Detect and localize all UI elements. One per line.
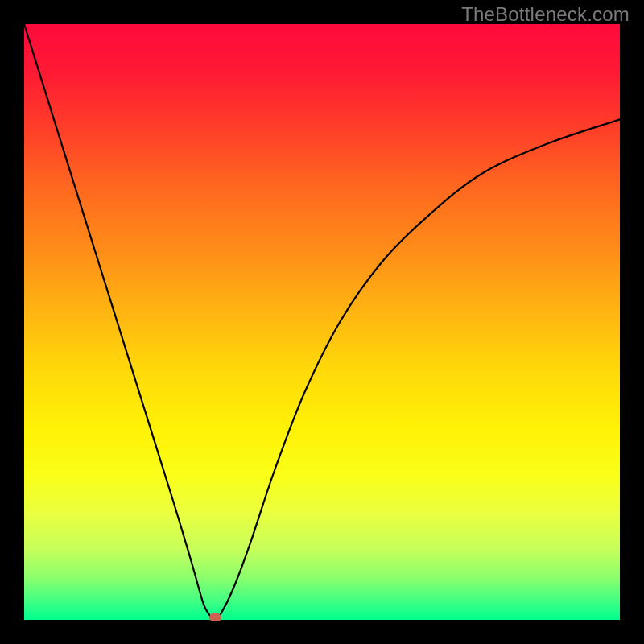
optimum-marker: [209, 613, 221, 621]
watermark-text: TheBottleneck.com: [461, 3, 630, 26]
chart-frame: TheBottleneck.com: [0, 0, 644, 644]
bottleneck-curve: [24, 24, 620, 620]
plot-area: [24, 24, 620, 620]
